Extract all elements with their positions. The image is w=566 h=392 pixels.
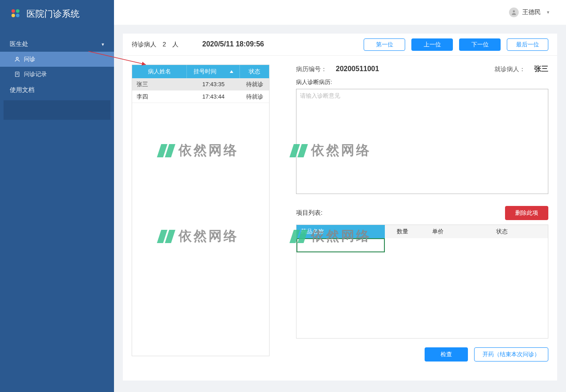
svg-point-0 bbox=[16, 57, 19, 59]
sidebar-item-docs[interactable]: 使用文档 bbox=[0, 82, 114, 99]
logo-icon bbox=[10, 9, 22, 19]
chevron-down-icon: ▾ bbox=[102, 42, 104, 47]
next-button[interactable]: 下一位 bbox=[459, 38, 501, 51]
svg-point-4 bbox=[513, 10, 515, 12]
check-button[interactable]: 检查 bbox=[425, 347, 468, 362]
user-icon bbox=[14, 56, 20, 62]
menu-group-label: 医生处 bbox=[10, 40, 28, 48]
logo: 医院门诊系统 bbox=[0, 0, 114, 28]
record-id-label: 病历编号： bbox=[296, 65, 327, 73]
projects-col-qty: 数量 bbox=[385, 228, 420, 236]
projects-col-status: 状态 bbox=[456, 228, 548, 236]
projects-table: 药品名称 数量 单价 状态 bbox=[296, 225, 548, 339]
prev-button[interactable]: 上一位 bbox=[411, 38, 453, 51]
col-name[interactable]: 病人姓名 bbox=[132, 65, 187, 78]
wait-count: 2 bbox=[163, 41, 166, 48]
menu-group-doctor[interactable]: 医生处 ▾ bbox=[0, 37, 114, 52]
sidebar-item-label: 问诊 bbox=[24, 55, 35, 63]
user-menu[interactable]: 王德民 ▼ bbox=[509, 8, 550, 17]
clock: 2020/5/11 18:09:56 bbox=[202, 40, 264, 48]
content: 王德民 ▼ 待诊病人 2 人 2020/5/11 18:09:56 第一位 上一… bbox=[114, 0, 566, 392]
projects-edit-cell[interactable] bbox=[296, 238, 385, 252]
table-row[interactable]: 张三 17:43:35 待就诊 bbox=[132, 78, 269, 91]
sidebar-item-label: 问诊记录 bbox=[24, 70, 47, 78]
patients-table-header: 病人姓名 挂号时间 状态 bbox=[132, 65, 269, 78]
app-title: 医院门诊系统 bbox=[27, 8, 80, 20]
diagnosis-textarea[interactable] bbox=[296, 89, 548, 194]
sort-asc-icon bbox=[230, 70, 233, 73]
patient-label: 就诊病人： bbox=[494, 65, 525, 73]
document-icon bbox=[14, 71, 20, 77]
main-panel: 待诊病人 2 人 2020/5/11 18:09:56 第一位 上一位 下一位 … bbox=[123, 34, 557, 381]
panel-header: 待诊病人 2 人 2020/5/11 18:09:56 第一位 上一位 下一位 … bbox=[123, 34, 557, 56]
patient-name: 张三 bbox=[534, 65, 548, 74]
record-id: 20200511001 bbox=[336, 65, 379, 73]
projects-col-price: 单价 bbox=[420, 228, 456, 236]
table-row[interactable]: 李四 17:43:44 待就诊 bbox=[132, 91, 269, 103]
avatar-icon bbox=[509, 8, 519, 17]
projects-label: 项目列表: bbox=[296, 209, 323, 217]
last-button[interactable]: 最后一位 bbox=[507, 38, 548, 51]
projects-col-name-selected[interactable]: 药品名称 bbox=[296, 225, 385, 238]
col-status[interactable]: 状态 bbox=[240, 65, 269, 78]
first-button[interactable]: 第一位 bbox=[364, 38, 405, 51]
diagnosis-label: 病人诊断病历: bbox=[296, 78, 548, 86]
dispense-button[interactable]: 开药（结束本次问诊） bbox=[474, 347, 548, 362]
topbar: 王德民 ▼ bbox=[114, 0, 566, 25]
col-time[interactable]: 挂号时间 bbox=[187, 65, 240, 78]
sidebar: 医院门诊系统 医生处 ▾ 问诊 问诊记录 使用文档 bbox=[0, 0, 114, 392]
user-name: 王德民 bbox=[522, 8, 541, 16]
patients-table: 病人姓名 挂号时间 状态 张三 17:43:35 待就诊 bbox=[132, 65, 270, 356]
wait-label: 待诊病人 bbox=[132, 41, 156, 49]
sidebar-item-records[interactable]: 问诊记录 bbox=[0, 67, 114, 82]
delete-project-button[interactable]: 删除此项 bbox=[505, 206, 548, 220]
sidebar-sub-placeholder bbox=[4, 100, 110, 120]
sidebar-item-consult[interactable]: 问诊 bbox=[0, 52, 114, 67]
wait-unit: 人 bbox=[172, 41, 179, 49]
caret-down-icon: ▼ bbox=[546, 10, 550, 15]
